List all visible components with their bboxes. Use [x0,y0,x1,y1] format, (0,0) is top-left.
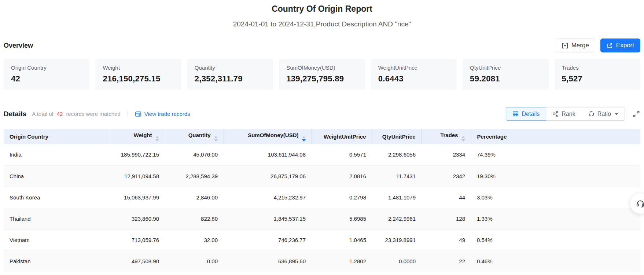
export-button[interactable]: Export [600,38,640,52]
cell-qtyunitprice: 11.7431 [372,165,422,187]
table-body: India185,990,722.1545,076.00103,611,944.… [4,144,640,272]
sort-carets-icon [302,136,306,142]
overview-title: Overview [4,42,33,50]
cell-weight: 323,860.90 [110,208,165,229]
cell-origin-country: Thailand [4,208,110,229]
cell-qtyunitprice: 2,242.9961 [372,208,422,229]
view-trade-records-link[interactable]: View trade records [135,111,190,117]
sort-carets-icon [461,136,465,142]
column-label: SumOfMoney(USD) [248,132,298,138]
export-button-label: Export [616,42,634,49]
column-label: Weight [134,132,152,138]
sort-carets-icon [155,136,159,142]
header-actions: Merge Export [556,38,640,52]
column-label: QtyUnitPrice [382,133,416,140]
cell-trades: 2334 [422,144,471,165]
matched-summary: A total of 42 records were matched [32,111,120,117]
table-row: India185,990,722.1545,076.00103,611,944.… [4,144,640,165]
cell-qtyunitprice: 0.0000 [372,250,422,272]
cell-trades: 49 [422,229,471,250]
matched-suffix: records were matched [66,111,120,117]
stat-card-label: Trades [562,65,633,71]
column-header-percentage: Percentage [471,129,640,144]
details-table-icon [512,111,519,117]
stat-card-label: Origin Country [11,65,82,71]
cell-weight: 185,990,722.15 [110,144,165,165]
fullscreen-icon [632,110,640,118]
cell-percentage: 1.33% [471,208,640,229]
column-header-sumofmoney-usd[interactable]: SumOfMoney(USD) [224,129,312,144]
stat-card-value: 59.2081 [470,74,541,84]
export-icon [607,43,613,49]
details-title: Details [4,110,26,118]
cell-weightunitprice: 0.2798 [312,187,372,208]
cell-quantity: 822.80 [165,208,224,229]
table-row: Pakistan497,508.900.00636,895.601.28020.… [4,250,640,272]
column-header-quantity[interactable]: Quantity [165,129,224,144]
cell-sumofmoney-usd: 1,845,537.15 [224,208,312,229]
stat-card-value: 2,352,311.79 [195,74,266,84]
cell-weightunitprice: 0.5571 [312,144,372,165]
table-row: South Korea15,063,937.992,846.004,215,23… [4,187,640,208]
column-header-weight[interactable]: Weight [110,129,165,144]
column-label: WeightUnitPrice [324,133,366,140]
cell-weightunitprice: 5.6985 [312,208,372,229]
view-switcher: Details Rank [506,107,640,121]
page-title: Country Of Origin Report [4,0,640,14]
ratio-icon [588,111,595,117]
cell-trades: 2342 [422,165,471,187]
sort-carets-icon [214,136,218,142]
view-ratio-button[interactable]: Ratio [582,107,625,121]
cell-sumofmoney-usd: 746,236.77 [224,229,312,250]
stat-card-value: 216,150,275.15 [103,74,174,84]
stat-card-value: 42 [11,74,82,84]
column-header-trades[interactable]: Trades [422,129,471,144]
view-details-label: Details [522,111,540,117]
cell-quantity: 2,846.00 [165,187,224,208]
rank-icon [552,111,559,117]
cell-quantity: 2,288,594.39 [165,165,224,187]
view-details-button[interactable]: Details [506,107,546,121]
view-rank-button[interactable]: Rank [546,107,582,121]
report-table: Origin CountryWeightQuantitySumOfMoney(U… [4,129,640,272]
cell-sumofmoney-usd: 636,895.60 [224,250,312,272]
cell-trades: 44 [422,187,471,208]
cell-origin-country: China [4,165,110,187]
view-trade-records-label: View trade records [144,111,190,117]
cell-origin-country: Pakistan [4,250,110,272]
cell-qtyunitprice: 1,481.1079 [372,187,422,208]
view-rank-label: Rank [562,111,575,117]
view-mode-group: Details Rank [506,107,625,121]
cell-origin-country: Vietnam [4,229,110,250]
cell-weight: 12,911,094.58 [110,165,165,187]
cell-percentage: 3.03% [471,187,640,208]
stat-card-value: 5,527 [562,74,633,84]
cell-qtyunitprice: 2,298.6056 [372,144,422,165]
view-ratio-label: Ratio [597,111,611,117]
details-toolbar: Details A total of 42 records were match… [4,107,640,121]
table-row: Vietnam713,059.7632.00746,236.771.046523… [4,229,640,250]
stat-card-origin-country: Origin Country42 [4,59,89,90]
chevron-down-icon [615,113,618,115]
column-label: Trades [440,132,458,138]
stat-card-label: SumOfMoney(USD) [286,65,357,71]
cell-percentage: 19.30% [471,165,640,187]
stat-card-label: WeightUnitPrice [378,65,449,71]
stat-card-label: QtyUnitPrice [470,65,541,71]
merge-button[interactable]: Merge [556,38,595,52]
cell-weight: 713,059.76 [110,229,165,250]
column-header-qtyunitprice: QtyUnitPrice [372,129,422,144]
cell-origin-country: South Korea [4,187,110,208]
table-row: Thailand323,860.90822.801,845,537.155.69… [4,208,640,229]
column-label: Percentage [477,133,507,140]
cell-quantity: 0.00 [165,250,224,272]
stat-card-qtyunitprice: QtyUnitPrice59.2081 [463,59,548,90]
stat-card-value: 139,275,795.89 [286,74,357,84]
headset-icon [636,199,644,208]
fullscreen-button[interactable] [632,110,640,118]
overview-cards: Origin Country42Weight216,150,275.15Quan… [4,59,640,90]
cell-weightunitprice: 1.0465 [312,229,372,250]
cell-percentage: 0.54% [471,229,640,250]
cell-qtyunitprice: 23,319.8991 [372,229,422,250]
column-header-weightunitprice: WeightUnitPrice [312,129,372,144]
